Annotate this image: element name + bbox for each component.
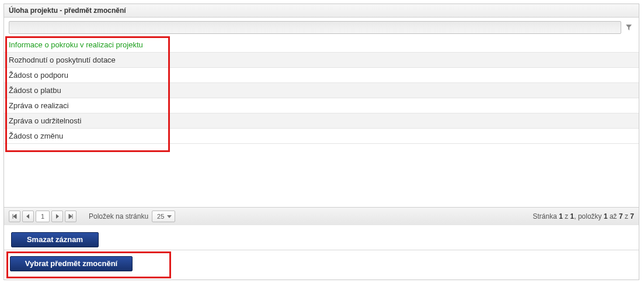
pager-summary: Stránka 1 z 1, položky 1 až 7 z 7 (532, 212, 634, 220)
filter-icon[interactable] (624, 22, 634, 33)
panel: Úloha projektu - předmět zmocnění Inform… (4, 4, 639, 280)
table-row[interactable]: Rozhodnutí o poskytnutí dotace (4, 53, 639, 68)
panel-title: Úloha projektu - předmět zmocnění (4, 4, 639, 18)
grid: Informace o pokroku v realizaci projektu… (4, 37, 639, 207)
pager-summary-item-to: 7 (619, 212, 623, 220)
pager-per-page-select[interactable]: 25 (152, 211, 175, 222)
table-row[interactable]: Žádost o platbu (4, 83, 639, 98)
table-row[interactable]: Zpráva o udržitelnosti (4, 113, 639, 129)
pager-summary-text: Stránka (532, 212, 559, 220)
grid-empty-space (4, 144, 639, 207)
pager-summary-text: , položky (574, 212, 604, 220)
pager-summary-item-from: 1 (604, 212, 608, 220)
select-subject-button[interactable]: Vybrat předmět zmocnění (10, 256, 133, 271)
pager-prev-button[interactable] (22, 211, 34, 222)
table-row[interactable]: Žádost o změnu (4, 129, 639, 144)
pager: 1 Položek na stránku 25 Stránka 1 z 1, p… (4, 207, 639, 225)
table-row[interactable]: Informace o pokroku v realizaci projektu (4, 37, 639, 53)
pager-page-input[interactable]: 1 (36, 211, 50, 222)
pager-summary-item-total: 7 (630, 212, 634, 220)
filter-bar (4, 18, 639, 37)
pager-per-page-label: Položek na stránku (89, 212, 148, 220)
pager-last-button[interactable] (65, 211, 76, 222)
pager-summary-text: z (563, 212, 570, 220)
table-row[interactable]: Zpráva o realizaci (4, 98, 639, 113)
pager-summary-page-cur: 1 (559, 212, 563, 220)
pager-summary-text: z (623, 212, 631, 220)
pager-summary-text: až (608, 212, 619, 220)
filter-input[interactable] (9, 21, 621, 34)
table-row[interactable]: Žádost o podporu (4, 68, 639, 83)
button-row-2: Vybrat předmět zmocnění (4, 250, 639, 280)
delete-button[interactable]: Smazat záznam (11, 232, 99, 247)
pager-next-button[interactable] (51, 211, 63, 222)
pager-first-button[interactable] (9, 211, 20, 222)
button-row-1: Smazat záznam (4, 225, 639, 250)
